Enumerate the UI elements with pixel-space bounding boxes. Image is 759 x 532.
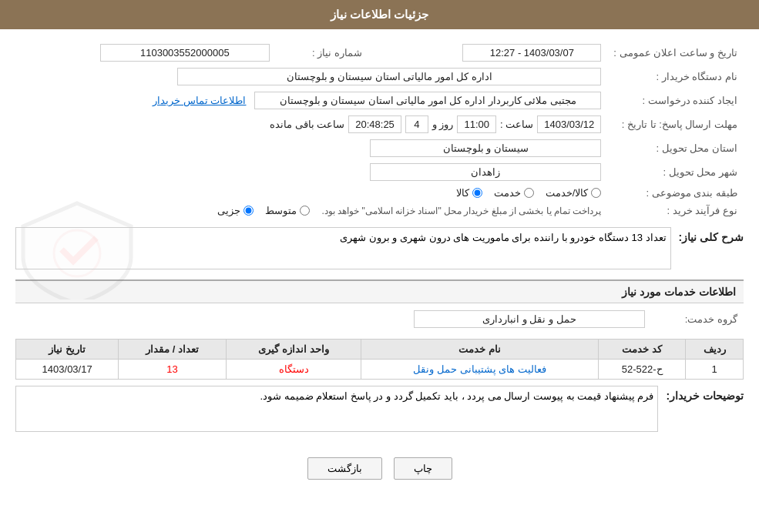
buyer-label: نام دستگاه خریدار : (607, 65, 744, 89)
col-name: نام خدمت (361, 340, 599, 360)
services-table: ردیف کد خدمت نام خدمت واحد اندازه گیری ت… (15, 339, 744, 380)
number-label: شماره نیاز : (276, 41, 368, 65)
page-wrapper: جزئیات اطلاعات نیاز تاریخ و ساعت اعلان ع… (0, 0, 759, 532)
print-button[interactable]: چاپ (394, 457, 452, 480)
buyer-value: اداره کل امور مالیاتی استان سیستان و بلو… (177, 68, 601, 85)
category-option-1[interactable]: کالا (456, 187, 482, 199)
deadline-label: مهلت ارسال پاسخ: تا تاریخ : (607, 112, 744, 136)
cell-row: 1 (686, 360, 744, 380)
table-row: 1 ح-522-52 فعالیت های پشتیبانی حمل ونقل … (16, 360, 744, 380)
category-radio-3[interactable] (591, 188, 601, 198)
category-label-3: کالا/خدمت (546, 187, 589, 199)
cell-name: فعالیت های پشتیبانی حمل ونقل (361, 360, 599, 380)
purchase-type-row: نوع فرآیند خرید : پرداخت تمام یا بخشی از… (15, 202, 744, 219)
deadline-time: 11:00 (457, 115, 496, 133)
announcement-value: 1403/03/07 - 12:27 (462, 44, 601, 62)
services-table-body: 1 ح-522-52 فعالیت های پشتیبانی حمل ونقل … (16, 360, 744, 380)
col-row: ردیف (686, 340, 744, 360)
city-label: شهر محل تحویل : (607, 160, 744, 184)
back-button[interactable]: بازگشت (307, 457, 382, 480)
category-option-2[interactable]: خدمت (494, 187, 534, 199)
description-section: شرح کلی نیاز: (15, 227, 744, 272)
col-qty: تعداد / مقدار (119, 340, 226, 360)
deadline-row: مهلت ارسال پاسخ: تا تاریخ : 1403/03/12 س… (15, 112, 744, 136)
number-value: 1103003552000005 (100, 44, 270, 62)
buyer-row: نام دستگاه خریدار : اداره کل امور مالیات… (15, 65, 744, 89)
creator-label: ایجاد کننده درخواست : (607, 89, 744, 112)
deadline-date-row: 1403/03/12 ساعت : 11:00 روز و 4 20:48:25… (22, 115, 601, 133)
deadline-time-label: ساعت : (500, 119, 533, 130)
buyer-notes-title: توضیحات خریدار: (666, 386, 744, 402)
buyer-notes-section: توضیحات خریدار: (15, 386, 744, 434)
service-group-row: گروه خدمت: حمل و نقل و انبارداری (15, 307, 744, 331)
deadline-remaining: 20:48:25 (348, 115, 401, 133)
province-label: استان محل تحویل : (607, 136, 744, 160)
purchase-type-label-2: متوسط (265, 205, 297, 216)
creator-row: ایجاد کننده درخواست : مجتبی ملائی کاربرد… (15, 89, 744, 112)
service-group-label: گروه خدمت: (651, 307, 744, 331)
cell-qty: 13 (119, 360, 226, 380)
contact-link[interactable]: اطلاعات تماس خریدار (153, 95, 246, 106)
category-label-2: خدمت (494, 187, 521, 199)
purchase-type-option-1[interactable]: جزیی (217, 205, 254, 216)
category-radio-2[interactable] (524, 188, 534, 198)
province-row: استان محل تحویل : سیستان و بلوچستان (15, 136, 744, 160)
deadline-remaining-label: ساعت باقی مانده (270, 119, 344, 130)
category-label-1: کالا (456, 187, 469, 199)
deadline-day-label: روز و (432, 119, 454, 130)
deadline-date: 1403/03/12 (537, 115, 601, 133)
number-row: تاریخ و ساعت اعلان عمومی : 1403/03/07 - … (15, 41, 744, 65)
deadline-days: 4 (405, 115, 428, 133)
col-unit: واحد اندازه گیری (226, 340, 361, 360)
category-radio-group: کالا/خدمت خدمت کالا (22, 187, 601, 199)
purchase-type-radio-2[interactable] (300, 206, 310, 216)
buyer-notes-content (15, 386, 658, 434)
purchase-type-radio-1[interactable] (243, 206, 254, 216)
purchase-type-label: نوع فرآیند خرید : (607, 202, 744, 219)
page-header: جزئیات اطلاعات نیاز (0, 0, 759, 29)
services-section-title: اطلاعات خدمات مورد نیاز (15, 279, 744, 303)
cell-unit: دستگاه (226, 360, 361, 380)
city-value: زاهدان (370, 163, 601, 181)
category-option-3[interactable]: کالا/خدمت (546, 187, 602, 199)
service-group-table: گروه خدمت: حمل و نقل و انبارداری (15, 307, 744, 331)
purchase-type-note: پرداخت تمام یا بخشی از مبلغ خریدار محل "… (321, 206, 601, 216)
category-row: طبقه بندی موضوعی : کالا/خدمت خدمت (15, 184, 744, 202)
col-code: کد خدمت (598, 340, 685, 360)
purchase-type-radio-group: پرداخت تمام یا بخشی از مبلغ خریدار محل "… (22, 205, 601, 216)
cell-date: 1403/03/17 (16, 360, 119, 380)
button-row: بازگشت چاپ (15, 446, 744, 491)
content-area: تاریخ و ساعت اعلان عمومی : 1403/03/07 - … (0, 29, 759, 503)
services-table-head: ردیف کد خدمت نام خدمت واحد اندازه گیری ت… (16, 340, 744, 360)
services-header-row: ردیف کد خدمت نام خدمت واحد اندازه گیری ت… (16, 340, 744, 360)
cell-code: ح-522-52 (598, 360, 685, 380)
info-table: تاریخ و ساعت اعلان عمومی : 1403/03/07 - … (15, 41, 744, 219)
province-value: سیستان و بلوچستان (370, 139, 601, 157)
announcement-label: تاریخ و ساعت اعلان عمومی : (607, 41, 744, 65)
description-textarea[interactable] (15, 227, 671, 269)
category-radio-1[interactable] (472, 188, 482, 198)
col-date: تاریخ نیاز (16, 340, 119, 360)
service-group-value: حمل و نقل و انبارداری (414, 310, 645, 328)
creator-value: مجتبی ملائی کاربردار اداره کل امور مالیا… (254, 92, 601, 109)
purchase-type-option-2[interactable]: متوسط (265, 205, 310, 216)
description-content (15, 227, 671, 272)
description-section-title: شرح کلی نیاز: (679, 227, 744, 243)
buyer-notes-textarea[interactable] (15, 386, 658, 432)
page-title: جزئیات اطلاعات نیاز (331, 8, 428, 21)
category-label: طبقه بندی موضوعی : (607, 184, 744, 202)
city-row: شهر محل تحویل : زاهدان (15, 160, 744, 184)
purchase-type-label-1: جزیی (217, 205, 240, 216)
